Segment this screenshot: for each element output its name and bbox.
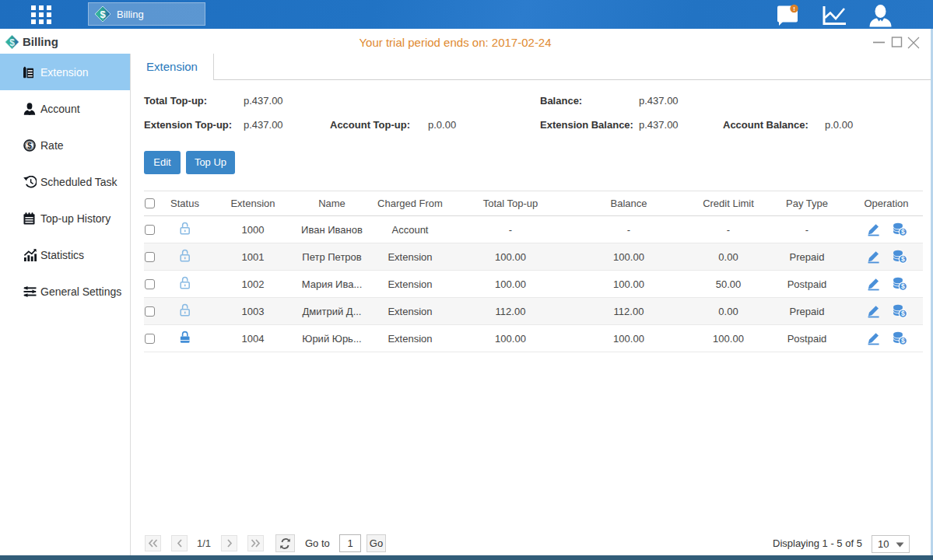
svg-text:$: $ [901,228,905,236]
svg-text:!: ! [793,5,795,12]
svg-text:$: $ [100,9,106,20]
svg-text:$: $ [901,282,905,290]
svg-text:$: $ [901,255,905,263]
svg-text:$: $ [27,140,32,149]
svg-text:$: $ [901,310,905,317]
svg-text:$: $ [901,337,905,345]
